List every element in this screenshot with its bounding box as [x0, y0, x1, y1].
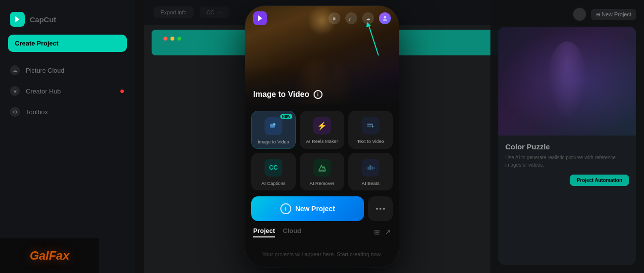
- svg-rect-6: [367, 124, 373, 125]
- tool-ai-remover[interactable]: AI Remover: [300, 153, 344, 190]
- tool-label-image-to-video: Image to Video: [258, 139, 289, 144]
- right-card-image: [498, 27, 636, 136]
- sidebar-item-toolbox[interactable]: ⚙ Toolbox: [0, 101, 135, 122]
- svg-rect-13: [374, 168, 375, 170]
- phone-tools-grid: NEW Image to Video ⚡ AI Reels Maker: [245, 105, 399, 196]
- tool-ai-captions[interactable]: CC AI Captions: [251, 153, 296, 190]
- ai-beats-icon: [362, 159, 379, 177]
- right-new-project-label: ⊕ New Project: [596, 11, 631, 18]
- tool-text-to-video[interactable]: Text to Video: [348, 111, 393, 149]
- tool-label-ai-beats: AI Beats: [362, 181, 379, 186]
- export-btn[interactable]: Export info: [154, 6, 194, 18]
- phone-modal: ≡ 🎓 ☁ Image: [245, 6, 399, 267]
- right-panel-card: Color Puzzle Use AI to generate realisti…: [498, 27, 636, 265]
- phone-device: ≡ 🎓 ☁ Image: [245, 6, 399, 267]
- svg-rect-11: [370, 166, 371, 171]
- image-to-video-icon: [265, 117, 282, 135]
- bottom-logo-text: GalFax: [30, 249, 69, 263]
- phone-top-icons: ≡ 🎓 ☁: [328, 12, 391, 24]
- tabs-left: Project Cloud: [253, 227, 301, 237]
- info-icon[interactable]: i: [314, 90, 322, 99]
- phone-feature-label: Image to Video i: [253, 90, 322, 99]
- tool-label-ai-reels: AI Reels Maker: [306, 138, 338, 144]
- sidebar-item-picture-cloud[interactable]: ☁ Picture Cloud: [0, 60, 135, 81]
- creator-hub-icon: ★: [10, 86, 20, 96]
- export-icon[interactable]: ↗: [385, 228, 391, 236]
- dot2: [379, 208, 381, 210]
- ai-remover-icon: [313, 159, 331, 177]
- phone-app-logo: [253, 11, 267, 25]
- cloud-icon[interactable]: ☁: [362, 12, 374, 24]
- svg-rect-10: [368, 167, 369, 170]
- sidebar-item-label-picture-cloud: Picture Cloud: [26, 67, 64, 74]
- more-options-button[interactable]: [368, 196, 393, 221]
- right-avatar: [573, 8, 586, 21]
- svg-point-3: [383, 19, 387, 22]
- tab-cloud[interactable]: Cloud: [283, 227, 301, 237]
- ai-reels-icon: ⚡: [313, 117, 331, 135]
- phone-empty-state: Your projects will appear here. Start cr…: [245, 241, 399, 267]
- right-card-title: Color Puzzle: [505, 142, 629, 151]
- tool-label-ai-remover: AI Remover: [310, 181, 334, 186]
- empty-state-text: Your projects will appear here. Start cr…: [253, 251, 391, 257]
- svg-marker-8: [372, 125, 374, 128]
- right-card-action-btn[interactable]: Project Automation: [570, 175, 629, 186]
- svg-rect-12: [372, 167, 373, 170]
- dot-yellow: [170, 37, 174, 41]
- right-card-footer: Project Automation: [505, 175, 629, 186]
- app-logo-icon: [10, 12, 25, 27]
- right-panel-topbar: ⊕ New Project: [498, 8, 636, 21]
- education-icon[interactable]: 🎓: [345, 12, 357, 24]
- right-card-body: Color Puzzle Use AI to generate realisti…: [498, 136, 636, 193]
- svg-rect-7: [367, 126, 372, 127]
- tool-ai-beats[interactable]: AI Beats: [348, 153, 393, 190]
- sidebar-item-creator-hub[interactable]: ★ Creator Hub: [0, 81, 135, 101]
- tab-project[interactable]: Project: [253, 227, 275, 237]
- grid-view-icon[interactable]: ⊞: [374, 228, 380, 236]
- toolbox-icon: ⚙: [10, 107, 20, 117]
- svg-point-2: [384, 16, 386, 19]
- tool-label-text-to-video: Text to Video: [357, 138, 384, 144]
- phone-actions: + New Project: [245, 196, 399, 227]
- sidebar-app-name: CapCut: [30, 15, 56, 24]
- sidebar-header: CapCut: [0, 8, 135, 35]
- picture-cloud-icon: ☁: [10, 65, 20, 75]
- tabs-right: ⊞ ↗: [374, 228, 391, 236]
- tool-image-to-video[interactable]: NEW Image to Video: [251, 111, 296, 149]
- menu-icon[interactable]: ≡: [328, 12, 340, 24]
- dot-green: [177, 37, 181, 41]
- phone-tabs: Project Cloud ⊞ ↗: [245, 227, 399, 241]
- sidebar-item-label-creator-hub: Creator Hub: [26, 88, 61, 95]
- phone-hero: ≡ 🎓 ☁ Image: [245, 6, 399, 105]
- ai-captions-icon: CC: [265, 159, 282, 177]
- new-project-label: New Project: [295, 205, 335, 213]
- feature-title: Image to Video: [253, 90, 310, 99]
- plus-icon: +: [280, 203, 291, 214]
- tool-label-ai-captions: AI Captions: [261, 181, 285, 186]
- right-panel: ⊕ New Project Color Puzzle Use AI to gen…: [490, 0, 644, 273]
- new-project-button[interactable]: + New Project: [251, 196, 364, 221]
- dot-red: [163, 37, 167, 41]
- sidebar: CapCut Create Project ☁ Picture Cloud ★ …: [0, 0, 135, 273]
- phone-top-bar: ≡ 🎓 ☁: [245, 6, 399, 31]
- dot3: [383, 208, 385, 210]
- cc-btn[interactable]: CC □: [200, 6, 229, 18]
- svg-marker-0: [15, 16, 19, 22]
- tool-ai-reels-maker[interactable]: ⚡ AI Reels Maker: [300, 111, 344, 149]
- profile-icon[interactable]: [379, 12, 391, 24]
- right-card-desc: Use AI to generate realistic pictures wi…: [505, 154, 629, 169]
- svg-marker-1: [258, 15, 262, 21]
- create-project-button[interactable]: Create Project: [8, 35, 127, 52]
- new-badge: NEW: [280, 114, 292, 119]
- right-new-project-btn[interactable]: ⊕ New Project: [591, 9, 636, 20]
- creator-hub-badge: [120, 90, 124, 93]
- sidebar-item-label-toolbox: Toolbox: [26, 108, 48, 116]
- dot1: [376, 208, 378, 210]
- bottom-left-area: GalFax: [0, 238, 99, 273]
- text-to-video-icon: [362, 117, 379, 135]
